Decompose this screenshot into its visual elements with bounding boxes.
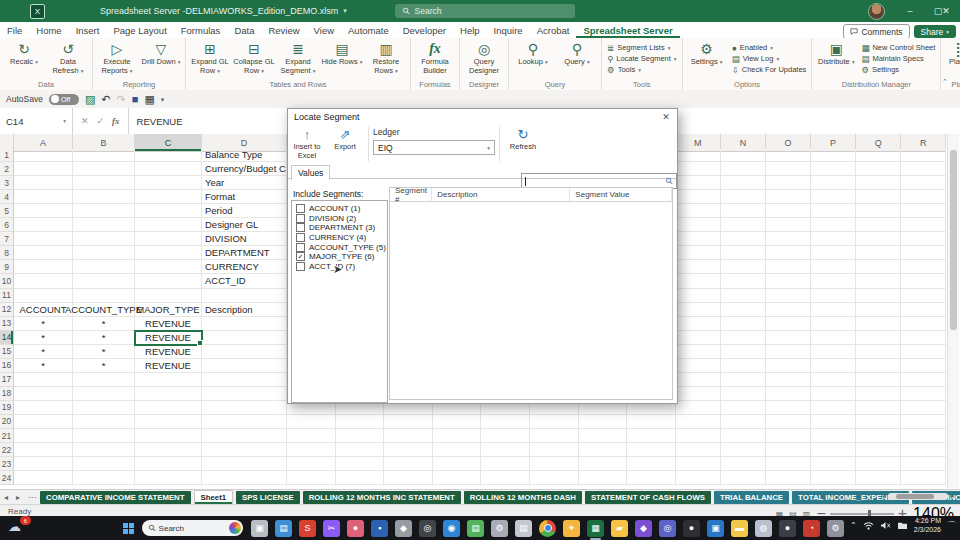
cell-P6[interactable] (811, 218, 856, 232)
cell-C18[interactable] (135, 387, 202, 401)
cell-P2[interactable] (811, 162, 856, 176)
cell-P19[interactable] (811, 401, 856, 415)
cell-P22[interactable] (811, 443, 856, 457)
tab-automate[interactable]: Automate (341, 22, 396, 38)
cell-B6[interactable] (73, 218, 135, 232)
tab-data[interactable]: Data (227, 22, 261, 38)
cell-N16[interactable] (721, 359, 766, 373)
cell-G22[interactable] (384, 443, 433, 457)
ribbon-collapse-chevron-icon[interactable]: ⌃ (942, 78, 948, 86)
cell-Q4[interactable] (856, 190, 901, 204)
tab-formulas[interactable]: Formulas (174, 22, 228, 38)
cell-M4[interactable] (676, 190, 721, 204)
cell-Q10[interactable] (856, 274, 901, 288)
cell-O13[interactable] (766, 317, 811, 331)
cell-A7[interactable] (14, 232, 73, 246)
tab-file[interactable]: File (0, 22, 29, 38)
app-sublime-icon[interactable]: S (299, 520, 316, 537)
cell-R5[interactable] (901, 204, 946, 218)
cell-O24[interactable] (766, 471, 811, 485)
language-folder-icon[interactable] (897, 521, 908, 530)
cell-M18[interactable] (676, 387, 721, 401)
cell-R21[interactable] (901, 429, 946, 443)
cell-C21[interactable] (135, 429, 202, 443)
cell-D4[interactable]: Format (202, 190, 287, 204)
cell-E24[interactable] (287, 471, 336, 485)
cell-C2[interactable] (135, 162, 202, 176)
cell-A1[interactable] (14, 148, 73, 162)
cell-B15[interactable]: * (73, 345, 135, 359)
checkbox-unchecked-icon[interactable] (296, 262, 305, 271)
table-header-segment[interactable]: Segment # (390, 188, 432, 201)
row-header-1[interactable]: 1 (0, 148, 14, 162)
wifi-icon[interactable] (863, 521, 874, 530)
distribute-button[interactable]: ▣Distribute ▾ (814, 39, 858, 67)
cell-L23[interactable] (627, 457, 676, 471)
cell-N9[interactable] (721, 260, 766, 274)
dialog-close-icon[interactable]: ✕ (655, 110, 677, 125)
cell-O23[interactable] (766, 457, 811, 471)
cell-N6[interactable] (721, 218, 766, 232)
cell-M20[interactable] (676, 415, 721, 429)
cell-D23[interactable] (202, 457, 287, 471)
notification-bell-icon[interactable]: ⌒ (947, 519, 956, 532)
cell-D7[interactable]: DIVISION (202, 232, 287, 246)
blue-square-icon[interactable]: ■ (132, 94, 139, 105)
cell-N7[interactable] (721, 232, 766, 246)
row-header-22[interactable]: 22 (0, 443, 14, 457)
cell-B5[interactable] (73, 204, 135, 218)
cell-A18[interactable] (14, 387, 73, 401)
cell-P13[interactable] (811, 317, 856, 331)
cell-H22[interactable] (433, 443, 482, 457)
cell-Q11[interactable] (856, 289, 901, 303)
cell-Q8[interactable] (856, 246, 901, 260)
sheet-tab-statement-of-cash-flows[interactable]: STATEMENT OF CASH FLOWS (585, 491, 711, 504)
cell-B12[interactable]: ACCOUNT_TYPE (73, 303, 135, 317)
cell-B9[interactable] (73, 260, 135, 274)
checkbox-unchecked-icon[interactable] (296, 233, 305, 242)
cell-C12[interactable]: MAJOR_TYPE (135, 303, 202, 317)
cell-R1[interactable] (901, 148, 946, 162)
cell-C11[interactable] (135, 289, 202, 303)
teams-icon[interactable]: ◎ (659, 520, 676, 537)
segment-option-major-type-6[interactable]: ✓MAJOR_TYPE (6) (292, 252, 387, 262)
cell-O2[interactable] (766, 162, 811, 176)
cell-R16[interactable] (901, 359, 946, 373)
cell-Q7[interactable] (856, 232, 901, 246)
cell-R10[interactable] (901, 274, 946, 288)
vertical-scrollbar-thumb[interactable] (950, 150, 957, 330)
cell-O12[interactable] (766, 303, 811, 317)
cell-D20[interactable] (202, 415, 287, 429)
tab-values[interactable]: Values (291, 165, 330, 180)
cell-N19[interactable] (721, 401, 766, 415)
cell-D11[interactable] (202, 289, 287, 303)
cell-A14[interactable]: * (14, 331, 73, 345)
hscroll-track[interactable] (888, 493, 949, 500)
cell-R4[interactable] (901, 190, 946, 204)
cell-A3[interactable] (14, 176, 73, 190)
cell-L20[interactable] (627, 415, 676, 429)
segment-option-currency-4[interactable]: CURRENCY (4) (292, 233, 387, 243)
cell-H23[interactable] (433, 457, 482, 471)
cell-C3[interactable] (135, 176, 202, 190)
cell-B13[interactable]: * (73, 317, 135, 331)
cell-O17[interactable] (766, 373, 811, 387)
cell-A19[interactable] (14, 401, 73, 415)
cell-H20[interactable] (433, 415, 482, 429)
cell-A24[interactable] (14, 471, 73, 485)
cell-C13[interactable]: REVENUE (135, 317, 202, 331)
comments-button[interactable]: Comments (843, 24, 909, 39)
cell-A2[interactable] (14, 162, 73, 176)
cell-G23[interactable] (384, 457, 433, 471)
row-header-3[interactable]: 3 (0, 176, 14, 190)
cell-P11[interactable] (811, 289, 856, 303)
cell-M3[interactable] (676, 176, 721, 190)
cell-N13[interactable] (721, 317, 766, 331)
cell-R23[interactable] (901, 457, 946, 471)
cell-N8[interactable] (721, 246, 766, 260)
cell-P21[interactable] (811, 429, 856, 443)
cell-M9[interactable] (676, 260, 721, 274)
cell-R7[interactable] (901, 232, 946, 246)
sheet-tab-trial-balance[interactable]: TRIAL BALANCE (714, 491, 789, 504)
cell-P1[interactable] (811, 148, 856, 162)
